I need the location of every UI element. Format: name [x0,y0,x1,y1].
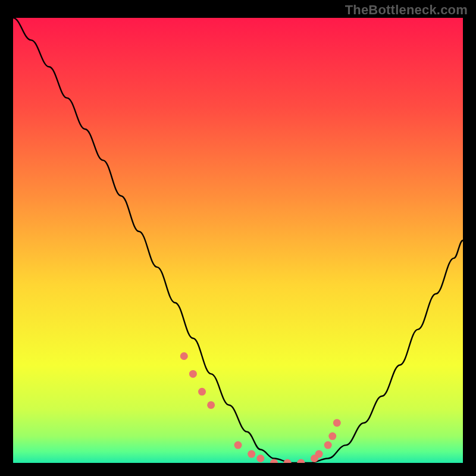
marker-dot [180,352,188,360]
chart-stage: TheBottleneck.com [0,0,476,476]
plot-svg [13,18,463,463]
marker-dot [333,419,341,427]
marker-dot [198,388,206,396]
marker-dot [324,441,332,449]
marker-dot [315,450,323,458]
marker-dot [207,401,215,409]
marker-dot [256,455,264,462]
plot-area [13,18,463,463]
marker-dot [328,433,336,440]
marker-dot [248,450,255,458]
marker-dot [189,370,197,378]
svg-rect-0 [13,18,463,463]
marker-dot [234,441,242,449]
watermark-text: TheBottleneck.com [345,2,468,18]
